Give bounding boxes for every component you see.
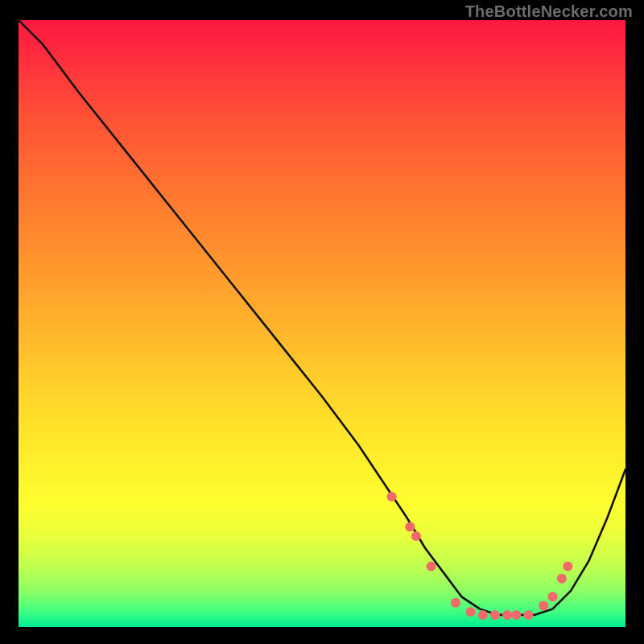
highlight-dot	[451, 598, 460, 608]
highlight-dot	[427, 562, 436, 572]
bottleneck-curve-path	[19, 20, 625, 615]
highlight-dot	[511, 610, 521, 620]
highlight-dot	[411, 531, 421, 541]
highlight-dot	[548, 592, 558, 601]
highlight-dot	[523, 610, 533, 620]
highlight-dot	[563, 562, 572, 572]
highlight-dot	[502, 610, 512, 620]
highlight-dot	[466, 607, 476, 617]
watermark-text: TheBottleNecker.com	[465, 2, 633, 21]
highlight-dot	[557, 574, 567, 584]
bottleneck-curve-svg	[19, 20, 625, 627]
highlight-dot	[539, 601, 548, 611]
highlight-dot	[478, 610, 488, 620]
highlight-dots-group	[387, 492, 573, 620]
chart-frame: TheBottleNecker.com	[0, 0, 644, 644]
highlight-dot	[490, 610, 500, 620]
highlight-dot	[405, 522, 415, 532]
highlight-dot	[387, 492, 397, 502]
